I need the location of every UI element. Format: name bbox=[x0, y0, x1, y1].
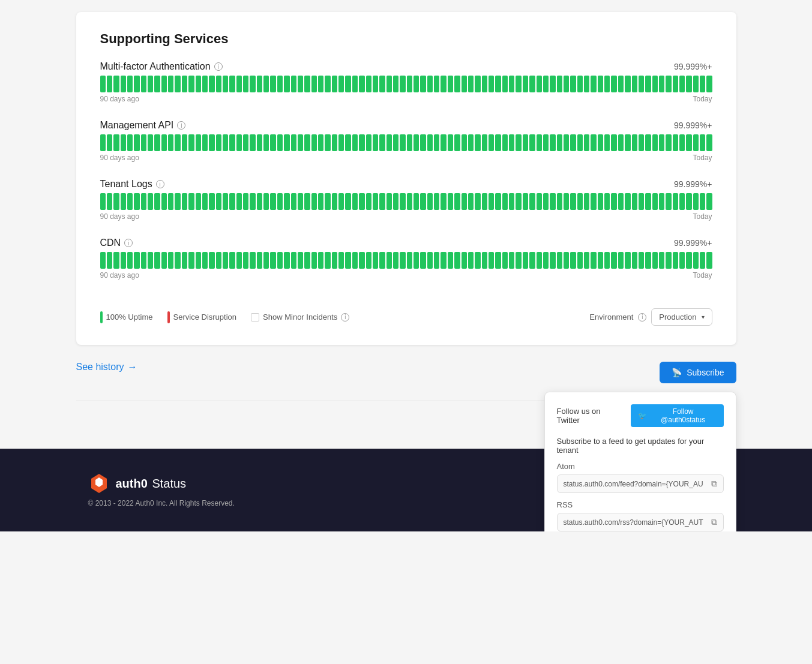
bar-segment bbox=[495, 76, 501, 92]
bar-segment bbox=[420, 76, 426, 92]
service-info-icon[interactable]: i bbox=[177, 121, 185, 130]
services-list: Multi-factor Authenticationi99.999%+90 d… bbox=[100, 61, 712, 280]
atom-input-row: status.auth0.com/feed?domain={YOUR_AU ⧉ bbox=[557, 474, 724, 493]
bar-segment bbox=[257, 76, 262, 92]
bar-segment bbox=[611, 252, 616, 269]
copyright-text: © 2013 - 2022 Auth0 Inc. All Rights Rese… bbox=[88, 499, 235, 507]
bar-segment bbox=[570, 193, 576, 210]
bar-segment bbox=[537, 193, 542, 210]
bar-segment bbox=[263, 252, 269, 269]
bar-segment bbox=[373, 193, 378, 210]
bar-segment bbox=[107, 252, 112, 269]
show-minor-incidents[interactable]: Show Minor Incidents i bbox=[251, 313, 349, 322]
bar-segment bbox=[298, 76, 303, 92]
bar-segment bbox=[113, 252, 119, 269]
bar-right-label: Today bbox=[693, 154, 712, 162]
bar-segment bbox=[700, 252, 705, 269]
bar-segment bbox=[298, 193, 303, 210]
environment-dropdown[interactable]: Production ▾ bbox=[651, 308, 712, 326]
bar-segment bbox=[236, 134, 242, 151]
bar-segment bbox=[427, 252, 433, 269]
bar-segment bbox=[645, 134, 651, 151]
service-row: CDNi99.999%+90 days agoToday bbox=[100, 238, 712, 280]
bar-segment bbox=[448, 134, 453, 151]
bar-segment bbox=[632, 252, 637, 269]
bar-segment bbox=[277, 252, 283, 269]
bar-segment bbox=[584, 76, 589, 92]
bar-segment bbox=[502, 193, 508, 210]
auth0-logo-icon bbox=[88, 473, 110, 494]
bar-segment bbox=[216, 134, 221, 151]
bar-left-label: 90 days ago bbox=[100, 271, 139, 280]
bar-segment bbox=[182, 193, 187, 210]
atom-copy-icon[interactable]: ⧉ bbox=[711, 479, 717, 489]
uptime-percentage: 99.999%+ bbox=[674, 62, 712, 71]
bar-segment bbox=[659, 134, 664, 151]
service-info-icon[interactable]: i bbox=[124, 239, 133, 247]
environment-info-icon[interactable]: i bbox=[638, 313, 646, 322]
bar-segment bbox=[250, 252, 255, 269]
bar-segment bbox=[121, 134, 126, 151]
bar-segment bbox=[345, 134, 350, 151]
bar-segment bbox=[489, 134, 494, 151]
bar-segment bbox=[202, 193, 208, 210]
bar-segment bbox=[100, 252, 106, 269]
bar-labels: 90 days agoToday bbox=[100, 271, 712, 280]
twitter-follow-button[interactable]: 🐦 Follow @auth0status bbox=[631, 404, 724, 427]
bar-segment bbox=[577, 134, 583, 151]
bar-segment bbox=[148, 134, 153, 151]
environment-section: Environment i Production ▾ bbox=[589, 308, 712, 326]
bar-segment bbox=[516, 76, 521, 92]
bar-segment bbox=[625, 76, 630, 92]
bar-segment bbox=[529, 134, 535, 151]
bar-segment bbox=[107, 76, 112, 92]
show-minor-checkbox[interactable] bbox=[251, 313, 259, 322]
rss-copy-icon[interactable]: ⧉ bbox=[711, 517, 717, 527]
bar-segment bbox=[659, 193, 664, 210]
bar-segment bbox=[277, 193, 283, 210]
uptime-percentage: 99.999%+ bbox=[674, 121, 712, 130]
bar-left-label: 90 days ago bbox=[100, 212, 139, 221]
bar-segment bbox=[679, 134, 685, 151]
bar-segment bbox=[475, 252, 480, 269]
show-minor-info-icon[interactable]: i bbox=[341, 313, 349, 322]
bar-segment bbox=[141, 134, 146, 151]
bar-segment bbox=[304, 134, 310, 151]
bar-segment bbox=[373, 134, 378, 151]
bar-segment bbox=[352, 193, 358, 210]
service-info-icon[interactable]: i bbox=[156, 180, 164, 188]
bar-segment bbox=[332, 252, 337, 269]
legend-row: 100% Uptime Service Disruption Show Mino… bbox=[100, 296, 712, 326]
bar-segment bbox=[188, 134, 194, 151]
bar-segment bbox=[379, 193, 385, 210]
bar-segment bbox=[673, 252, 678, 269]
bar-segment bbox=[236, 252, 242, 269]
bar-segment bbox=[448, 76, 453, 92]
bar-segment bbox=[263, 193, 269, 210]
see-history-link[interactable]: See history → bbox=[76, 362, 137, 372]
bar-segment bbox=[564, 252, 569, 269]
uptime-label: 100% Uptime bbox=[106, 313, 153, 322]
uptime-bar-container bbox=[100, 134, 712, 151]
bar-segment bbox=[250, 193, 255, 210]
twitter-follow-row: Follow us on Twitter 🐦 Follow @auth0stat… bbox=[557, 404, 724, 427]
bar-segment bbox=[618, 76, 624, 92]
bar-segment bbox=[325, 76, 330, 92]
bar-labels: 90 days agoToday bbox=[100, 154, 712, 162]
bar-segment bbox=[509, 193, 514, 210]
bar-segment bbox=[359, 76, 364, 92]
bar-segment bbox=[318, 76, 323, 92]
bar-segment bbox=[468, 134, 474, 151]
bar-segment bbox=[611, 193, 616, 210]
bar-segment bbox=[495, 193, 501, 210]
subscribe-button[interactable]: 📡 Subscribe bbox=[660, 362, 736, 383]
service-info-icon[interactable]: i bbox=[214, 62, 223, 71]
bar-segment bbox=[175, 252, 180, 269]
bar-segment bbox=[154, 193, 160, 210]
bar-segment bbox=[154, 134, 160, 151]
bar-segment bbox=[236, 193, 242, 210]
bar-segment bbox=[462, 134, 467, 151]
bar-segment bbox=[611, 134, 616, 151]
bar-segment bbox=[182, 134, 187, 151]
bar-segment bbox=[113, 193, 119, 210]
